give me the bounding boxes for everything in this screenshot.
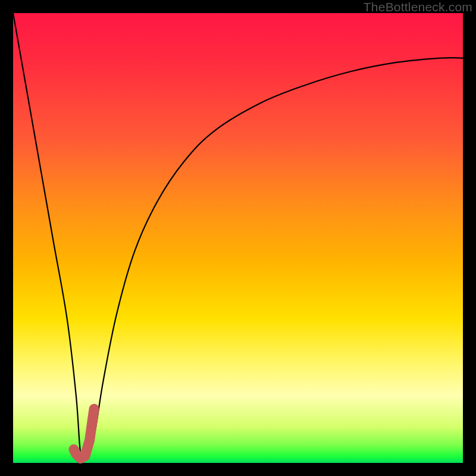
plot-area xyxy=(13,13,463,463)
bottleneck-curve xyxy=(13,13,463,462)
chart-frame: TheBottleneck.com xyxy=(0,0,476,476)
watermark-text: TheBottleneck.com xyxy=(364,0,472,14)
optimal-marker xyxy=(74,409,94,458)
curve-layer xyxy=(13,13,463,463)
